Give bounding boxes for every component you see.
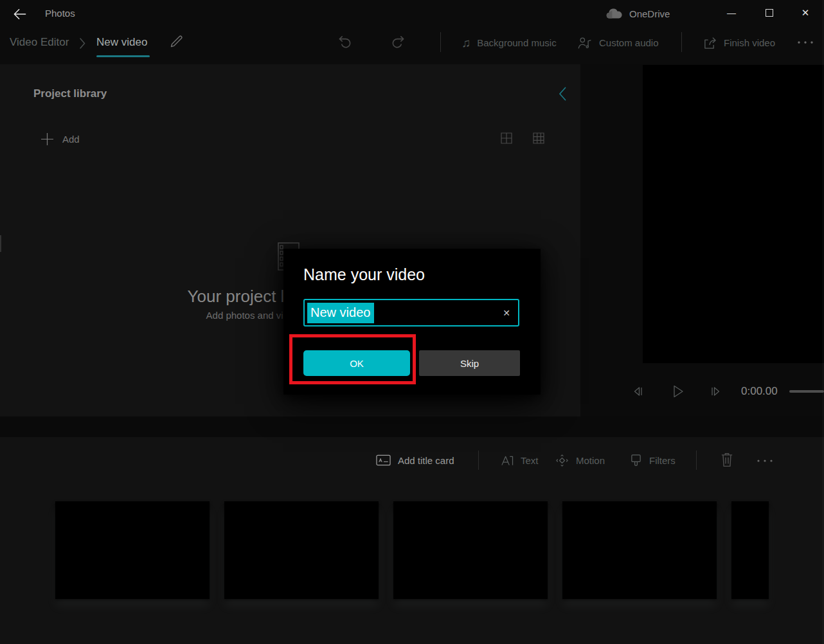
previous-frame-button[interactable] [631,384,646,399]
rename-project-button[interactable] [168,34,185,51]
background-music-label: Background music [477,37,556,48]
custom-audio-icon [577,36,593,49]
breadcrumb-video-editor[interactable]: Video Editor [10,36,69,49]
redo-icon [391,34,408,49]
breadcrumb-chevron-icon [79,37,86,49]
back-button[interactable] [10,5,30,22]
playback-time: 0:00.00 [741,385,778,398]
finish-video-button[interactable]: Finish video [703,31,775,54]
play-button[interactable] [669,383,686,400]
video-preview-area [643,65,824,363]
breadcrumb-current-project: New video [96,36,147,49]
see-more-button[interactable] [794,36,816,49]
motion-button[interactable]: Motion [555,449,605,472]
filters-label: Filters [649,455,676,466]
custom-audio-button[interactable]: Custom audio [577,31,659,54]
breadcrumb-active-underline [96,55,150,57]
timeline-toolbar-divider [696,451,697,470]
dialog-title: Name your video [303,265,425,284]
photos-video-editor-window: { "window": { "app_title": "Photos", "on… [0,0,824,644]
playback-slider[interactable] [789,390,824,393]
grid-3x3-icon [533,132,544,144]
title-card-icon [376,454,391,466]
clear-input-icon[interactable]: ✕ [503,308,510,318]
next-frame-icon [708,384,723,399]
maximize-button[interactable] [760,4,778,22]
custom-audio-label: Custom audio [599,37,659,48]
onedrive-label: OneDrive [629,8,670,19]
trash-icon [720,452,737,467]
music-note-icon: ♫ [461,37,470,49]
collapse-panel-button[interactable] [558,86,571,103]
toolbar-divider [440,32,441,52]
filters-icon [630,454,642,467]
pencil-icon [168,34,185,49]
delete-button[interactable] [720,452,737,469]
onedrive-status[interactable]: OneDrive [604,5,670,22]
previous-frame-icon [631,384,646,399]
add-media-button[interactable]: Add [40,130,80,148]
add-title-card-label: Add title card [398,455,454,466]
text-tool-icon [500,454,514,467]
text-button[interactable]: Text [500,449,539,472]
app-title: Photos [45,8,75,19]
plus-icon [40,132,54,146]
grid-large-view-button[interactable] [501,132,512,144]
panel-timeline-divider-band [0,416,824,437]
selected-input-text: New video [307,303,374,323]
filters-button[interactable]: Filters [630,449,676,472]
add-title-card-button[interactable]: Add title card [376,449,454,472]
onedrive-cloud-icon [604,8,623,20]
undo-button[interactable] [337,34,354,51]
play-icon [669,383,686,400]
timeline-toolbar-divider [478,451,479,470]
ellipsis-icon [796,40,814,44]
toolbar-divider [681,32,682,52]
video-name-input[interactable]: New video ✕ [303,299,519,326]
top-chrome-strip [0,0,824,64]
storyboard-thumbnail[interactable] [562,501,717,599]
minimize-button[interactable]: — [722,4,740,22]
storyboard-thumbnail[interactable] [224,501,379,599]
chevron-left-icon [558,86,571,102]
ellipsis-icon [757,459,773,463]
undo-icon [337,34,354,49]
redo-button[interactable] [391,34,408,51]
storyboard-thumbnail-partial[interactable] [731,501,769,599]
maximize-icon [766,9,773,17]
storyboard-thumbnail[interactable] [393,501,548,599]
close-button[interactable]: ✕ [796,4,814,22]
motion-icon [555,454,569,467]
storyboard-thumbnail[interactable] [55,501,210,599]
panel-scrollbar-thumb[interactable] [0,235,1,252]
grid-2x2-icon [501,132,512,144]
share-export-icon [703,36,717,49]
next-frame-button[interactable] [708,384,723,399]
project-library-title: Project library [33,87,107,100]
skip-button[interactable]: Skip [419,350,520,376]
back-arrow-icon [13,8,27,21]
motion-label: Motion [576,455,605,466]
timeline-more-button[interactable] [753,455,776,467]
grid-small-view-button[interactable] [533,132,544,144]
background-music-button[interactable]: ♫ Background music [461,31,557,54]
annotation-highlight-box [289,334,416,384]
text-label: Text [521,455,539,466]
add-label: Add [62,134,80,145]
finish-video-label: Finish video [724,37,775,48]
